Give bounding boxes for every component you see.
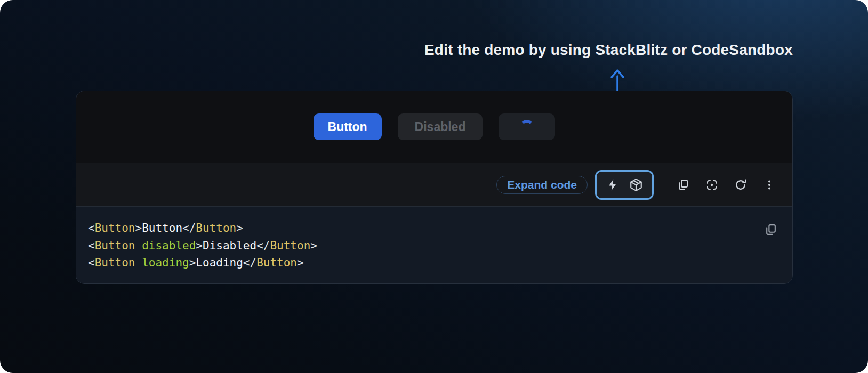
code-copy-icon[interactable] — [763, 223, 777, 237]
demo-preview: Button Disabled — [76, 91, 792, 163]
copy-icon[interactable] — [676, 178, 690, 192]
code-section: <Button>Button</Button><Button disabled>… — [76, 206, 792, 283]
demo-page: Edit the demo by using StackBlitz or Cod… — [0, 0, 868, 373]
code-line: <Button>Button</Button> — [88, 220, 779, 237]
scan-icon[interactable] — [705, 178, 719, 192]
more-icon[interactable] — [762, 178, 776, 192]
codesandbox-icon[interactable] — [629, 178, 643, 192]
primary-button[interactable]: Button — [314, 113, 382, 140]
expand-code-button[interactable]: Expand code — [496, 176, 588, 194]
stackblitz-icon[interactable] — [606, 178, 620, 192]
code-line: <Button disabled>Disabled</Button> — [88, 237, 779, 255]
loading-spinner-icon — [520, 120, 534, 134]
loading-button[interactable] — [499, 113, 555, 140]
demo-toolbar: Expand code — [76, 163, 792, 206]
demo-card: Button Disabled Expand code — [76, 91, 793, 284]
annotation-text: Edit the demo by using StackBlitz or Cod… — [424, 42, 793, 59]
sandbox-icons-group — [595, 170, 654, 200]
code-block[interactable]: <Button>Button</Button><Button disabled>… — [88, 220, 779, 272]
disabled-button[interactable]: Disabled — [398, 113, 483, 140]
refresh-icon[interactable] — [734, 178, 748, 192]
code-line: <Button loading>Loading</Button> — [88, 254, 779, 272]
